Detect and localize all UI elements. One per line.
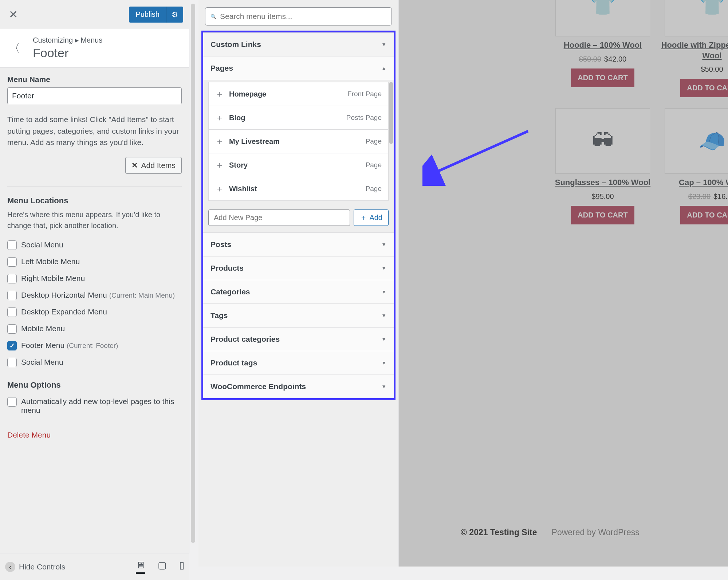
location-note: (Current: Footer) <box>67 342 118 349</box>
desktop-icon[interactable]: 🖥 <box>136 560 145 574</box>
acc-products[interactable]: Products▼ <box>203 256 394 280</box>
location-label: Social Menu <box>21 240 63 249</box>
product-title-link[interactable]: Hoodie – 100% Wool <box>552 40 654 51</box>
product-price: $95.00 <box>552 192 654 201</box>
chevron-left-icon: ‹ <box>5 562 15 572</box>
location-row[interactable]: Desktop Horizontal Menu (Current: Main M… <box>7 287 182 304</box>
plus-icon: ＋ <box>215 88 224 100</box>
location-label: Social Menu <box>21 358 63 367</box>
location-row[interactable]: Footer Menu (Current: Footer) <box>7 337 182 354</box>
acc-product-categories[interactable]: Product categories▼ <box>203 328 394 351</box>
menu-name-input[interactable] <box>7 87 182 104</box>
search-box[interactable]: 🔍 <box>205 7 392 26</box>
checkbox[interactable] <box>7 397 17 407</box>
tablet-icon[interactable]: ▢ <box>158 560 167 574</box>
acc-posts[interactable]: Posts▼ <box>203 233 394 256</box>
locations-sub: Here's where this menu appears. If you'd… <box>7 209 182 231</box>
chevron-down-icon: ▼ <box>381 242 386 247</box>
plus-icon: ＋ <box>215 183 224 195</box>
page-type: Page <box>366 137 382 145</box>
product-price: $50.00 <box>661 65 728 74</box>
page-type: Posts Page <box>346 114 382 122</box>
footer-copyright: © 2021 Testing Site <box>461 528 537 537</box>
page-item[interactable]: ＋BlogPosts Page <box>208 106 389 130</box>
page-type: Page <box>366 185 382 193</box>
page-title: Footer <box>33 46 182 60</box>
back-icon[interactable]: 〈 <box>0 29 29 67</box>
accordion-highlight: Custom Links▼ Pages▲ ＋HomepageFront Page… <box>201 31 396 400</box>
add-new-page-input[interactable] <box>208 209 350 226</box>
product-image: 👕 <box>555 0 650 36</box>
checkbox[interactable] <box>7 341 17 350</box>
checkbox[interactable] <box>7 240 17 250</box>
location-row[interactable]: Left Mobile Menu <box>7 254 182 270</box>
page-name: My Livestream <box>229 137 280 146</box>
hint-text: Time to add some links! Click "Add Items… <box>7 114 182 148</box>
checkbox[interactable] <box>7 274 17 283</box>
product-card: 🧢SALECap – 100% Wool$23.00$16.00ADD TO C… <box>661 108 728 224</box>
page-item[interactable]: ＋WishlistPage <box>208 177 389 201</box>
product-card: 🕶Sunglasses – 100% Wool$95.00ADD TO CART <box>552 108 654 224</box>
page-name: Story <box>229 161 248 169</box>
plus-icon: ＋ <box>215 136 224 147</box>
scrollbar[interactable] <box>191 4 195 543</box>
close-icon[interactable]: ✕ <box>6 7 21 22</box>
add-to-cart-button[interactable]: ADD TO CART <box>680 206 728 224</box>
chevron-down-icon: ▼ <box>381 313 386 318</box>
scrollbar[interactable] <box>389 82 393 144</box>
acc-categories[interactable]: Categories▼ <box>203 280 394 303</box>
add-items-panel: 🔍 Custom Links▼ Pages▲ ＋HomepageFront Pa… <box>198 0 399 567</box>
product-title-link[interactable]: Sunglasses – 100% Wool <box>552 177 654 188</box>
page-name: Blog <box>229 114 245 122</box>
auto-add-row[interactable]: Automatically add new top-level pages to… <box>7 393 182 418</box>
hide-controls-button[interactable]: ‹ Hide Controls <box>5 562 65 572</box>
location-label: Left Mobile Menu <box>21 257 80 266</box>
add-to-cart-button[interactable]: ADD TO CART <box>680 79 728 97</box>
product-title-link[interactable]: Cap – 100% Wool <box>661 177 728 188</box>
location-row[interactable]: Desktop Expanded Menu <box>7 304 182 321</box>
customizer-footer: ‹ Hide Controls 🖥 ▢ ▯ <box>0 553 189 580</box>
search-input[interactable] <box>220 12 386 21</box>
product-card: 👕Hoodie with Zipper – 100% Wool$50.00ADD… <box>661 0 728 97</box>
checkbox[interactable] <box>7 257 17 267</box>
checkbox[interactable] <box>7 291 17 300</box>
page-item[interactable]: ＋My LivestreamPage <box>208 130 389 153</box>
chevron-up-icon: ▲ <box>381 65 386 71</box>
acc-pages[interactable]: Pages▲ <box>203 56 394 80</box>
checkbox[interactable] <box>7 307 17 317</box>
add-page-button[interactable]: ＋Add <box>354 209 389 226</box>
mobile-icon[interactable]: ▯ <box>179 560 184 574</box>
menu-name-label: Menu Name <box>7 75 182 84</box>
checkbox[interactable] <box>7 358 17 367</box>
pages-list: ＋HomepageFront Page＋BlogPosts Page＋My Li… <box>203 80 394 232</box>
add-items-button[interactable]: ✕ Add Items <box>125 157 182 174</box>
add-to-cart-button[interactable]: ADD TO CART <box>571 206 634 224</box>
checkbox[interactable] <box>7 324 17 334</box>
location-label: Right Mobile Menu <box>21 274 85 283</box>
add-to-cart-button[interactable]: ADD TO CART <box>571 68 634 87</box>
location-row[interactable]: Social Menu <box>7 237 182 254</box>
footer-powered: Powered by WordPress <box>552 528 640 537</box>
location-label: Mobile Menu <box>21 324 65 333</box>
options-heading: Menu Options <box>7 380 182 390</box>
page-name: Wishlist <box>229 185 257 193</box>
page-item[interactable]: ＋StoryPage <box>208 153 389 177</box>
chevron-down-icon: ▼ <box>381 384 386 389</box>
acc-woocommerce[interactable]: WooCommerce Endpoints▼ <box>203 375 394 398</box>
product-image: 🕶 <box>555 108 650 174</box>
acc-tags[interactable]: Tags▼ <box>203 304 394 327</box>
page-item[interactable]: ＋HomepageFront Page <box>208 82 389 106</box>
location-row[interactable]: Mobile Menu <box>7 321 182 337</box>
product-title-link[interactable]: Hoodie with Zipper – 100% Wool <box>661 40 728 61</box>
add-items-label: Add Items <box>141 161 176 170</box>
publish-settings-gear-icon[interactable]: ⚙ <box>166 7 183 23</box>
plus-icon: ＋ <box>215 112 224 124</box>
location-row[interactable]: Social Menu <box>7 354 182 371</box>
acc-custom-links[interactable]: Custom Links▼ <box>203 33 394 56</box>
delete-menu-link[interactable]: Delete Menu <box>7 431 51 439</box>
plus-icon: ＋ <box>215 159 224 171</box>
location-row[interactable]: Right Mobile Menu <box>7 270 182 287</box>
acc-product-tags[interactable]: Product tags▼ <box>203 351 394 375</box>
publish-button[interactable]: Publish <box>129 7 166 23</box>
breadcrumb-line: Customizing ▸ Menus <box>33 36 182 44</box>
